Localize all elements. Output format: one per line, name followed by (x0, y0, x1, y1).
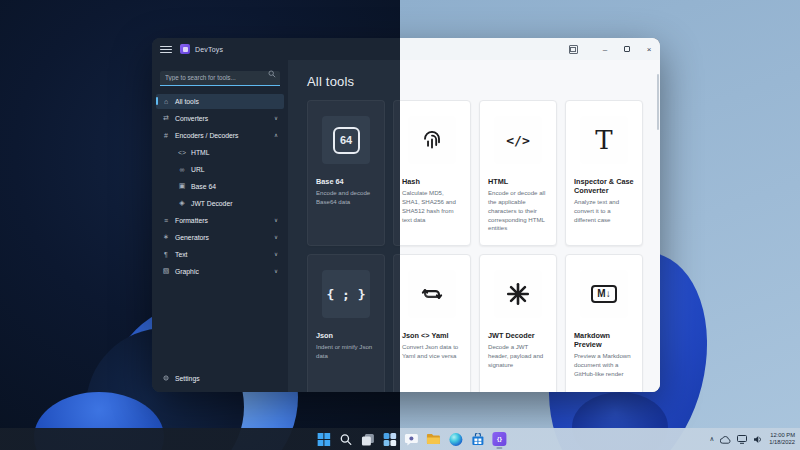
card-description: Calculate MD5, SHA1, SHA256 and SHA512 h… (402, 189, 462, 224)
gear-icon (162, 374, 170, 383)
volume-icon[interactable] (753, 430, 763, 448)
tool-card-base64[interactable]: 64 Base 64 Encode and decode Base64 data (307, 100, 385, 246)
tool-card-html[interactable]: </> HTML Encode or decode all the applic… (479, 100, 557, 246)
sidebar-item-converters[interactable]: ⇄ Converters ∨ (156, 111, 284, 126)
sidebar: ⌂ All tools ⇄ Converters ∨ # Encoders / … (152, 60, 288, 392)
card-description: Encode or decode all the applicable char… (488, 189, 548, 233)
file-explorer-icon[interactable] (426, 432, 440, 446)
card-description: Decode a JWT header, payload and signatu… (488, 343, 548, 369)
system-tray: ∧ 12:00 PM 1/18/2022 (709, 428, 795, 450)
chat-icon[interactable] (404, 432, 418, 446)
base64-tool-icon: ▣ (178, 182, 186, 190)
compact-overlay-button[interactable] (569, 45, 578, 54)
taskbar-search-icon[interactable] (338, 432, 352, 446)
card-title: Base 64 (316, 177, 376, 186)
sidebar-item-generators[interactable]: ∗ Generators ∨ (156, 230, 284, 245)
sidebar-item-formatters[interactable]: ≡ Formatters ∨ (156, 213, 284, 228)
sidebar-item-label: Converters (175, 115, 208, 122)
search-icon (268, 70, 276, 78)
text-icon: ¶ (162, 251, 170, 258)
devtoys-logo-icon (180, 44, 190, 54)
jwt-tool-icon: ◈ (178, 199, 186, 207)
devtoys-taskbar-icon[interactable]: {} (492, 432, 506, 446)
sidebar-item-label: All tools (175, 98, 199, 105)
sidebar-item-label: Base 64 (191, 183, 216, 190)
sidebar-item-label: URL (191, 166, 205, 173)
home-icon: ⌂ (162, 98, 170, 105)
repeat-arrows-icon (408, 270, 456, 318)
edge-browser-icon[interactable] (448, 432, 462, 446)
maximize-button[interactable] (616, 38, 638, 60)
sidebar-item-html[interactable]: <> HTML (156, 145, 284, 160)
card-title: Inspector & Case Converter (574, 177, 634, 195)
formatter-icon: ≡ (162, 217, 170, 224)
chevron-up-icon: ∧ (274, 132, 278, 138)
taskbar-center-icons: {} (316, 428, 506, 450)
burst-icon (494, 270, 542, 318)
content-scrollbar[interactable] (657, 68, 659, 384)
sidebar-item-encoders-decoders[interactable]: # Encoders / Decoders ∧ (156, 128, 284, 143)
card-title: JWT Decoder (488, 331, 548, 340)
card-title: Markdown Preview (574, 331, 634, 349)
network-icon[interactable] (737, 430, 747, 448)
microsoft-store-icon[interactable] (470, 432, 484, 446)
selection-indicator (156, 97, 158, 105)
devtoys-window: DevToys – × ⌂ All tools ⇄ (152, 38, 660, 392)
card-title: Json (316, 331, 376, 340)
tool-card-jwt-decoder[interactable]: JWT Decoder Decode a JWT header, payload… (479, 254, 557, 392)
base64-badge-icon: 64 (322, 116, 370, 164)
url-tool-icon: ∞ (178, 166, 186, 173)
minimize-button[interactable]: – (594, 38, 616, 60)
sidebar-item-label: Graphic (175, 268, 199, 275)
taskbar: {} ∧ 12:00 PM 1/18/2022 (0, 428, 800, 450)
chevron-down-icon: ∨ (274, 234, 278, 240)
chevron-down-icon: ∨ (274, 251, 278, 257)
card-description: Preview a Markdown document with a GitHu… (574, 352, 634, 378)
card-description: Convert Json data to Yaml and vice versa (402, 343, 462, 361)
letter-t-icon: T (580, 116, 628, 164)
html-tool-icon: <> (178, 149, 186, 156)
widgets-icon[interactable] (382, 432, 396, 446)
sidebar-item-settings[interactable]: Settings (156, 371, 284, 386)
tool-card-json[interactable]: { ; } Json Indent or minify Json data (307, 254, 385, 392)
scrollbar-thumb[interactable] (657, 74, 659, 130)
markdown-icon: M↓ (580, 270, 628, 318)
desktop: DevToys – × ⌂ All tools ⇄ (0, 0, 800, 450)
tool-card-markdown-preview[interactable]: M↓ Markdown Preview Preview a Markdown d… (565, 254, 643, 392)
sidebar-item-label: Generators (175, 234, 209, 241)
running-indicator (496, 447, 502, 449)
clock-time: 12:00 PM (769, 432, 795, 439)
sidebar-item-label: Text (175, 251, 187, 258)
sidebar-nav: ⌂ All tools ⇄ Converters ∨ # Encoders / … (152, 94, 288, 281)
card-title: Json <> Yaml (402, 331, 462, 340)
card-description: Encode and decode Base64 data (316, 189, 376, 207)
hamburger-menu-icon[interactable] (160, 46, 172, 53)
sidebar-item-base64[interactable]: ▣ Base 64 (156, 179, 284, 194)
json-braces-icon: { ; } (322, 270, 370, 318)
sidebar-item-url[interactable]: ∞ URL (156, 162, 284, 177)
tool-card-inspector-case-converter[interactable]: T Inspector & Case Converter Analyze tex… (565, 100, 643, 246)
chevron-down-icon: ∨ (274, 217, 278, 223)
generator-icon: ∗ (162, 233, 170, 241)
sidebar-item-jwt-decoder[interactable]: ◈ JWT Decoder (156, 196, 284, 211)
close-button[interactable]: × (638, 38, 660, 60)
tool-card-json-yaml[interactable]: Json <> Yaml Convert Json data to Yaml a… (393, 254, 471, 392)
task-view-icon[interactable] (360, 432, 374, 446)
sidebar-item-text[interactable]: ¶ Text ∨ (156, 247, 284, 262)
chevron-down-icon: ∨ (274, 115, 278, 121)
clock-date: 1/18/2022 (769, 439, 795, 446)
sidebar-item-all-tools[interactable]: ⌂ All tools (156, 94, 284, 109)
maximize-icon (624, 46, 630, 52)
taskbar-clock[interactable]: 12:00 PM 1/18/2022 (769, 432, 795, 446)
tray-chevron-up-icon[interactable]: ∧ (709, 435, 714, 443)
start-button[interactable] (316, 432, 330, 446)
onedrive-cloud-icon[interactable] (720, 430, 731, 448)
search-input[interactable] (160, 71, 280, 86)
code-tag-icon: </> (494, 116, 542, 164)
sidebar-item-graphic[interactable]: ▧ Graphic ∨ (156, 264, 284, 279)
card-title: Hash (402, 177, 462, 186)
chevron-down-icon: ∨ (274, 268, 278, 274)
tool-card-hash[interactable]: Hash Calculate MD5, SHA1, SHA256 and SHA… (393, 100, 471, 246)
sidebar-item-label: HTML (191, 149, 210, 156)
encoder-icon: # (162, 132, 170, 139)
